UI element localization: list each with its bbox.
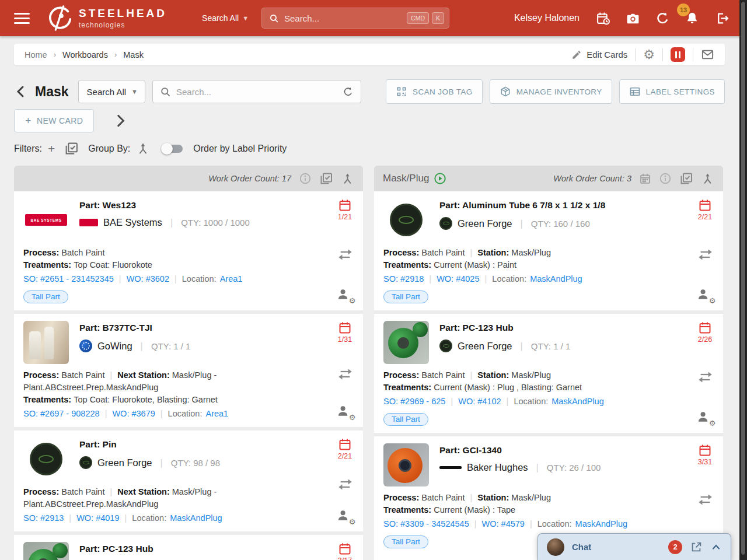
refresh-icon[interactable] — [655, 10, 670, 26]
group-merge-icon[interactable] — [341, 172, 354, 186]
pause-button[interactable] — [671, 47, 685, 62]
board-search-scope-select[interactable]: Search All▼ — [78, 80, 145, 103]
location-link[interactable]: MaskAndPlug — [530, 274, 582, 284]
new-card-button[interactable]: + NEW CARD — [14, 109, 94, 132]
global-search[interactable]: CMD K — [261, 8, 449, 29]
card-actions-rail: 1/21⚙ — [334, 198, 355, 303]
settings-gear-icon[interactable]: ⚙ — [643, 48, 655, 61]
work-order-link[interactable]: WO: #4102 — [458, 397, 501, 406]
chevron-up-icon[interactable] — [710, 541, 722, 553]
brand-logo[interactable]: STEELHEAD technologies — [46, 5, 167, 32]
edit-cards-button[interactable]: Edit Cards — [571, 50, 627, 60]
multi-select-check-icon[interactable] — [64, 141, 79, 156]
global-search-input[interactable] — [284, 13, 404, 23]
assignee-settings-icon[interactable]: ⚙ — [337, 509, 353, 524]
sales-order-link[interactable]: SO: #2918 — [383, 274, 424, 284]
location-link[interactable]: MaskAndPlug — [575, 519, 627, 528]
label-chip[interactable]: Tall Part — [383, 413, 428, 426]
header-search-scope-select[interactable]: Search All▼ — [202, 13, 249, 23]
due-date: 2/21 — [698, 198, 712, 221]
play-circle-icon[interactable] — [434, 172, 446, 185]
assignee-settings-icon[interactable]: ⚙ — [697, 410, 713, 425]
work-order-card[interactable]: BAE SYSTEMSPart: Wes123BAE Systems|QTY: … — [14, 191, 363, 310]
column-header: Work Order Count: 17 — [14, 166, 363, 191]
forward-chevron-icon[interactable] — [113, 113, 128, 128]
scrollbar-thumb[interactable] — [741, 1, 746, 555]
location-link[interactable]: MaskAndPlug — [551, 397, 603, 406]
work-order-card[interactable]: Part: B737TC-TJIGoWing|QTY: 1 / 1Process… — [14, 314, 363, 427]
work-order-link[interactable]: WO: #4019 — [76, 513, 119, 523]
card-links: SO: #2913 | WO: #4019 | Location:MaskAnd… — [23, 512, 327, 524]
move-card-arrows-icon[interactable] — [337, 477, 353, 492]
group-merge-icon[interactable] — [136, 142, 150, 156]
info-icon[interactable] — [299, 172, 312, 185]
work-order-link[interactable]: WO: #4579 — [482, 519, 525, 528]
open-external-icon[interactable] — [690, 541, 703, 554]
location-link[interactable]: Area1 — [220, 274, 243, 284]
breadcrumb-separator: › — [54, 50, 56, 59]
work-order-card[interactable]: Part: Aluminum Tube 6 7/8 x 1 1/2 x 1/8G… — [374, 191, 723, 310]
schedule-calendar-icon[interactable] — [595, 10, 610, 26]
move-card-arrows-icon[interactable] — [697, 369, 713, 385]
work-order-link[interactable]: WO: #3679 — [112, 409, 155, 418]
info-line: Process: Batch Paint — [23, 247, 275, 259]
filters-label: Filters: — [14, 144, 42, 154]
order-by-label-priority-toggle[interactable] — [163, 145, 183, 153]
move-card-arrows-icon[interactable] — [337, 247, 353, 262]
sales-order-link[interactable]: SO: #2651 - 231452345 — [23, 274, 114, 284]
scan-job-tag-button[interactable]: SCAN JOB TAG — [386, 79, 483, 104]
assignee-settings-icon[interactable]: ⚙ — [337, 404, 353, 419]
user-name[interactable]: Kelsey Halonen — [514, 13, 580, 23]
location-link[interactable]: MaskAndPlug — [170, 513, 222, 523]
green-forge-logo — [30, 443, 62, 475]
work-order-card[interactable]: Part: PinGreen Forge|QTY: 98 / 98Process… — [14, 430, 363, 531]
chat-widget[interactable]: Chat 2 — [537, 533, 731, 560]
brand-row: Green Forge|QTY: 98 / 98 — [79, 456, 220, 469]
notifications-bell-icon[interactable]: 13 — [685, 10, 700, 26]
brand-tagline: technologies — [79, 21, 167, 29]
work-order-link[interactable]: WO: #4025 — [437, 274, 479, 284]
assignee-settings-icon[interactable]: ⚙ — [337, 288, 353, 303]
label-chip[interactable]: Tall Part — [23, 290, 68, 303]
info-line: Process: Batch Paint | Station: Mask/Plu… — [383, 247, 636, 259]
move-card-arrows-icon[interactable] — [337, 366, 353, 382]
info-icon[interactable] — [659, 172, 672, 185]
work-order-card[interactable]: Part: PC-123 HubGreen Forge|QTY: 100 / 1… — [14, 535, 363, 560]
manage-inventory-button[interactable]: MANAGE INVENTORY — [490, 79, 612, 104]
breadcrumb-workboards[interactable]: Workboards — [62, 50, 108, 60]
label-settings-button[interactable]: LABEL SETTINGS — [619, 79, 725, 104]
page-title: Mask — [35, 84, 69, 100]
assignee-settings-icon[interactable]: ⚙ — [697, 288, 713, 303]
work-order-link[interactable]: WO: #3602 — [127, 274, 169, 284]
move-card-arrows-icon[interactable] — [697, 247, 713, 262]
board-search-input[interactable] — [176, 87, 343, 97]
logout-icon[interactable] — [714, 10, 729, 26]
label-chip[interactable]: Tall Part — [383, 536, 428, 548]
work-order-card[interactable]: Part: PC-123 HubGreen Forge|QTY: 1 / 1Pr… — [374, 314, 723, 433]
mail-icon[interactable] — [701, 48, 714, 61]
sales-order-link[interactable]: SO: #2913 — [23, 513, 64, 523]
menu-icon[interactable] — [14, 13, 30, 24]
search-refresh-icon[interactable] — [343, 86, 354, 97]
sales-order-link[interactable]: SO: #2697 - 908228 — [23, 409, 100, 418]
card-info: Process: Batch PaintTreatments: Top Coat… — [23, 247, 275, 271]
info-line: Treatments: Current (Mask) : Tape — [383, 504, 636, 516]
move-card-arrows-icon[interactable] — [697, 492, 713, 508]
window-scrollbar[interactable] — [739, 0, 747, 560]
due-date: 1/21 — [338, 198, 352, 221]
add-filter-icon[interactable]: + — [48, 142, 55, 156]
breadcrumb-home[interactable]: Home — [25, 50, 47, 60]
sales-order-link[interactable]: SO: #2969 - 625 — [383, 397, 445, 406]
multi-select-check-icon[interactable] — [679, 172, 693, 186]
back-chevron-icon[interactable] — [14, 85, 28, 99]
board-search[interactable] — [152, 80, 361, 103]
sales-order-link[interactable]: SO: #3309 - 34524545 — [383, 519, 469, 528]
group-merge-icon[interactable] — [701, 172, 714, 186]
location-link[interactable]: Area1 — [205, 409, 228, 418]
label-chip[interactable]: Tall Part — [383, 290, 428, 303]
brand-name: Baker Hughes — [467, 462, 528, 473]
work-order-count: Work Order Count: 3 — [553, 174, 631, 183]
camera-icon[interactable] — [625, 10, 640, 26]
multi-select-check-icon[interactable] — [319, 172, 333, 186]
calendar-icon[interactable] — [639, 173, 651, 185]
